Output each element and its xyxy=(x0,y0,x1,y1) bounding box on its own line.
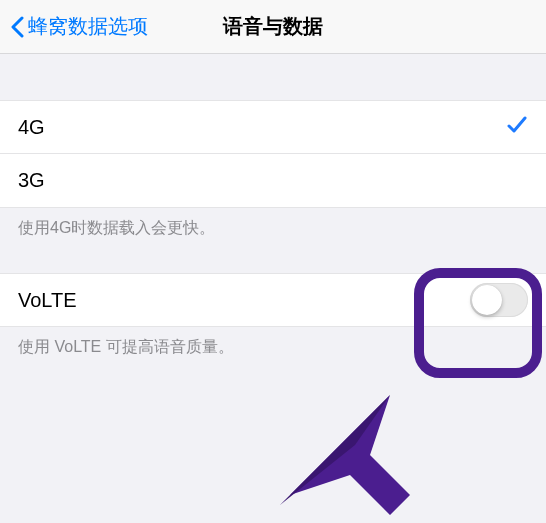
chevron-left-icon xyxy=(10,16,24,38)
volte-toggle[interactable] xyxy=(470,283,528,317)
network-option-3g[interactable]: 3G xyxy=(0,154,546,208)
annotation-arrow-icon xyxy=(260,365,420,523)
checkmark-icon xyxy=(506,114,528,141)
network-options-group: 4G 3G xyxy=(0,100,546,208)
volte-group: VoLTE xyxy=(0,273,546,327)
back-button[interactable]: 蜂窝数据选项 xyxy=(0,13,148,40)
svg-marker-0 xyxy=(280,395,410,515)
volte-group-footer: 使用 VoLTE 可提高语音质量。 xyxy=(0,327,546,358)
toggle-knob xyxy=(472,285,502,315)
network-option-4g[interactable]: 4G xyxy=(0,100,546,154)
svg-marker-1 xyxy=(280,395,390,505)
option-label: 4G xyxy=(18,116,45,139)
option-label: 3G xyxy=(18,169,45,192)
volte-row[interactable]: VoLTE xyxy=(0,273,546,327)
back-label: 蜂窝数据选项 xyxy=(28,13,148,40)
navbar: 蜂窝数据选项 语音与数据 xyxy=(0,0,546,54)
volte-label: VoLTE xyxy=(18,289,77,312)
network-group-footer: 使用4G时数据载入会更快。 xyxy=(0,208,546,239)
